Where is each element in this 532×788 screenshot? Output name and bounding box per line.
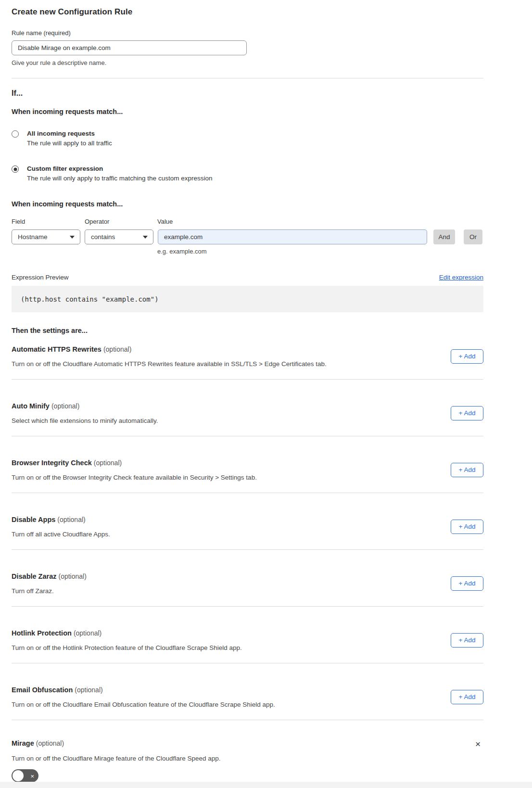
optional-label: (optional) — [51, 402, 79, 410]
footer-strip — [0, 782, 532, 788]
optional-label: (optional) — [94, 459, 122, 467]
and-button[interactable]: And — [433, 229, 455, 244]
expression-preview-label: Expression Preview — [12, 274, 69, 281]
toggle-knob — [13, 770, 24, 781]
add-automatic-https-rewrites-button[interactable]: + Add — [451, 349, 483, 364]
field-select[interactable]: Hostname — [12, 229, 80, 244]
builder-heading: When incoming requests match... — [12, 200, 483, 208]
add-hotlink-protection-button[interactable]: + Add — [451, 633, 483, 648]
setting-description: Select which file extensions to minify a… — [12, 417, 158, 424]
rule-name-label: Rule name (required) — [12, 29, 483, 37]
setting-title: Browser Integrity Check — [12, 459, 92, 467]
setting-row-email-obfuscation: Email Obfuscation(optional) Turn on or o… — [12, 663, 483, 720]
chevron-down-icon — [143, 236, 148, 239]
optional-label: (optional) — [75, 686, 102, 694]
setting-row-hotlink-protection: Hotlink Protection(optional) Turn on or … — [12, 607, 483, 663]
setting-title: Mirage — [12, 739, 34, 747]
operator-select-value: contains — [91, 233, 115, 241]
setting-title: Automatic HTTPS Rewrites — [12, 345, 101, 353]
radio-description: The rule will only apply to traffic matc… — [27, 175, 212, 182]
optional-label: (optional) — [74, 629, 101, 637]
setting-title: Hotlink Protection — [12, 629, 72, 637]
rule-name-helper: Give your rule a descriptive name. — [12, 59, 483, 66]
add-browser-integrity-check-button[interactable]: + Add — [451, 463, 483, 477]
add-email-obfuscation-button[interactable]: + Add — [451, 690, 483, 704]
page-title: Create new Configuration Rule — [12, 7, 483, 17]
chevron-down-icon — [70, 236, 75, 239]
toggle-off-icon: × — [30, 773, 34, 779]
setting-title: Auto Minify — [12, 402, 50, 410]
if-heading: If... — [12, 89, 483, 98]
operator-select[interactable]: contains — [85, 229, 153, 244]
value-label: Value — [157, 218, 173, 225]
add-disable-zaraz-button[interactable]: + Add — [451, 576, 483, 591]
setting-description: Turn off all active Cloudflare Apps. — [12, 531, 110, 538]
value-input[interactable] — [158, 229, 427, 244]
setting-description: Turn off Zaraz. — [12, 587, 87, 595]
radio-unselected-icon[interactable] — [12, 130, 19, 138]
mirage-toggle[interactable]: × — [12, 769, 38, 782]
rule-name-input[interactable] — [12, 40, 247, 55]
setting-description: Turn on or off the Hotlink Protection fe… — [12, 644, 242, 651]
radio-selected-icon[interactable] — [12, 165, 19, 173]
setting-title: Disable Apps — [12, 516, 55, 523]
optional-label: (optional) — [59, 572, 87, 580]
value-helper: e.g. example.com — [157, 248, 483, 255]
builder-column-labels: Field Operator Value — [12, 218, 483, 225]
close-icon[interactable]: × — [475, 740, 481, 748]
radio-label: All incoming requests — [27, 130, 112, 137]
radio-label: Custom filter expression — [27, 165, 212, 172]
expression-preview-code: (http.host contains "example.com") — [12, 286, 483, 312]
optional-label: (optional) — [57, 516, 85, 523]
expression-builder-row: Hostname contains And Or — [12, 229, 483, 244]
setting-row-browser-integrity-check: Browser Integrity Check(optional) Turn o… — [12, 436, 483, 493]
setting-description: Turn on or off the Browser Integrity Che… — [12, 474, 257, 481]
radio-option-all-requests[interactable]: All incoming requests The rule will appl… — [12, 130, 483, 147]
setting-row-disable-apps: Disable Apps(optional) Turn off all acti… — [12, 493, 483, 550]
match-heading: When incoming requests match... — [12, 108, 483, 115]
optional-label: (optional) — [36, 739, 64, 747]
add-disable-apps-button[interactable]: + Add — [451, 520, 483, 534]
setting-row-mirage: Mirage(optional) × Turn on or off the Cl… — [12, 720, 483, 788]
radio-description: The rule will apply to all traffic — [27, 140, 112, 147]
optional-label: (optional) — [103, 345, 131, 353]
setting-description: Turn on or off the Cloudflare Email Obfu… — [12, 701, 275, 708]
add-auto-minify-button[interactable]: + Add — [451, 406, 483, 420]
setting-title: Disable Zaraz — [12, 572, 57, 580]
setting-row-disable-zaraz: Disable Zaraz(optional) Turn off Zaraz. … — [12, 550, 483, 607]
setting-row-automatic-https-rewrites: Automatic HTTPS Rewrites(optional) Turn … — [12, 334, 483, 380]
operator-label: Operator — [85, 218, 157, 225]
edit-expression-link[interactable]: Edit expression — [439, 274, 483, 281]
then-settings-heading: Then the settings are... — [12, 327, 483, 334]
setting-description: Turn on or off the Cloudflare Mirage fea… — [12, 755, 483, 762]
setting-description: Turn on or off the Cloudflare Automatic … — [12, 360, 327, 368]
field-select-value: Hostname — [18, 233, 48, 241]
setting-title: Email Obfuscation — [12, 686, 73, 694]
setting-row-auto-minify: Auto Minify(optional) Select which file … — [12, 380, 483, 436]
or-button[interactable]: Or — [464, 229, 482, 244]
create-configuration-rule-form: Create new Configuration Rule Rule name … — [12, 0, 483, 788]
radio-option-custom-expression[interactable]: Custom filter expression The rule will o… — [12, 165, 483, 182]
field-label: Field — [12, 218, 85, 225]
divider — [12, 78, 483, 78]
